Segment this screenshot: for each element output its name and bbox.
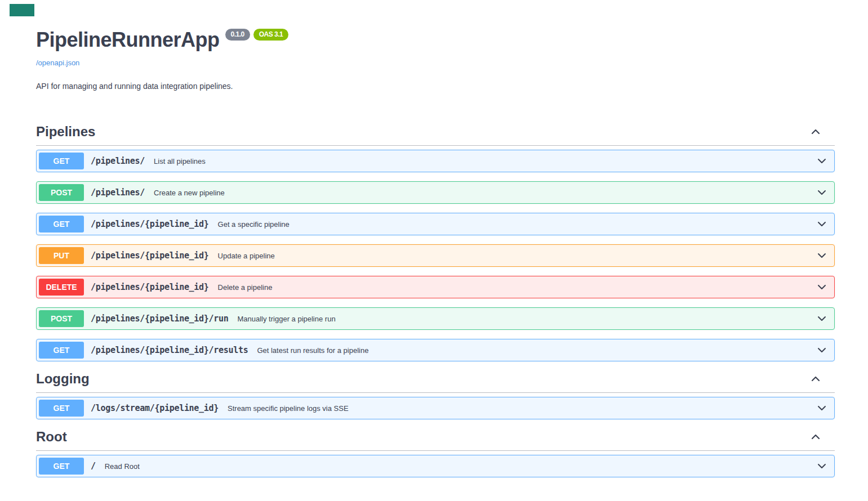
chevron-down-icon[interactable] bbox=[816, 250, 827, 261]
version-badge: 0.1.0 bbox=[225, 29, 250, 41]
api-description: API for managing and running data integr… bbox=[36, 82, 835, 91]
section-divider bbox=[36, 145, 835, 146]
api-title-text: PipelineRunnerApp bbox=[36, 28, 220, 52]
section-title: Root bbox=[36, 428, 67, 445]
endpoint-summary: Update a pipeline bbox=[218, 252, 275, 260]
chevron-down-icon[interactable] bbox=[816, 218, 827, 230]
api-info: PipelineRunnerApp 0.1.0 OAS 3.1 /openapi… bbox=[36, 28, 835, 91]
chevron-up-icon[interactable] bbox=[810, 373, 821, 384]
chevron-down-icon[interactable] bbox=[816, 187, 827, 198]
endpoint-post-pipeline-run[interactable]: POST /pipelines/{pipeline_id}/run Manual… bbox=[36, 307, 835, 330]
badge-group: 0.1.0 OAS 3.1 bbox=[225, 29, 289, 41]
chevron-down-icon[interactable] bbox=[816, 460, 827, 472]
section-pipelines: Pipelines GET /pipelines/ List all pipel… bbox=[36, 123, 835, 361]
endpoint-path: /pipelines/ bbox=[91, 156, 145, 166]
endpoint-get-logs-stream[interactable]: GET /logs/stream/{pipeline_id} Stream sp… bbox=[36, 397, 835, 419]
method-badge: GET bbox=[39, 216, 84, 232]
section-divider bbox=[36, 450, 835, 451]
section-header-root[interactable]: Root bbox=[36, 428, 835, 445]
endpoint-put-pipeline[interactable]: PUT /pipelines/{pipeline_id} Update a pi… bbox=[36, 244, 835, 267]
endpoint-path: /pipelines/{pipeline_id} bbox=[91, 282, 209, 292]
section-title: Logging bbox=[36, 370, 90, 387]
endpoint-summary: Get a specific pipeline bbox=[218, 220, 290, 229]
endpoint-get-pipeline-by-id[interactable]: GET /pipelines/{pipeline_id} Get a speci… bbox=[36, 213, 835, 235]
endpoint-post-pipelines[interactable]: POST /pipelines/ Create a new pipeline bbox=[36, 181, 835, 204]
method-badge: POST bbox=[39, 310, 84, 327]
endpoint-summary: Stream specific pipeline logs via SSE bbox=[228, 404, 349, 413]
chevron-down-icon[interactable] bbox=[816, 281, 827, 293]
endpoint-path: /pipelines/{pipeline_id}/results bbox=[91, 345, 248, 355]
openapi-spec-link[interactable]: /openapi.json bbox=[36, 59, 79, 67]
section-root: Root GET / Read Root bbox=[36, 428, 835, 477]
section-divider bbox=[36, 392, 835, 393]
endpoint-path: /logs/stream/{pipeline_id} bbox=[91, 403, 219, 413]
chevron-down-icon[interactable] bbox=[816, 345, 827, 356]
chevron-down-icon[interactable] bbox=[816, 155, 827, 167]
endpoint-path: /pipelines/{pipeline_id} bbox=[91, 219, 209, 229]
endpoint-summary: Manually trigger a pipeline run bbox=[237, 315, 335, 323]
method-badge: GET bbox=[39, 153, 84, 169]
endpoint-delete-pipeline[interactable]: DELETE /pipelines/{pipeline_id} Delete a… bbox=[36, 276, 835, 298]
chevron-up-icon[interactable] bbox=[810, 126, 821, 137]
method-badge: DELETE bbox=[39, 279, 84, 296]
endpoint-summary: List all pipelines bbox=[154, 157, 206, 165]
section-header-logging[interactable]: Logging bbox=[36, 370, 835, 387]
endpoint-path: /pipelines/ bbox=[91, 187, 145, 198]
method-badge: PUT bbox=[39, 247, 84, 264]
chevron-down-icon[interactable] bbox=[816, 402, 827, 414]
chevron-up-icon[interactable] bbox=[810, 431, 821, 442]
endpoint-path: /pipelines/{pipeline_id}/run bbox=[91, 314, 228, 324]
endpoint-summary: Create a new pipeline bbox=[154, 189, 225, 197]
section-title: Pipelines bbox=[36, 123, 95, 140]
swagger-ui: PipelineRunnerApp 0.1.0 OAS 3.1 /openapi… bbox=[36, 0, 835, 477]
section-logging: Logging GET /logs/stream/{pipeline_id} S… bbox=[36, 370, 835, 419]
endpoint-get-root[interactable]: GET / Read Root bbox=[36, 455, 835, 477]
method-badge: GET bbox=[39, 400, 84, 417]
endpoint-path: / bbox=[91, 461, 96, 471]
top-left-teal-rectangle bbox=[10, 4, 34, 16]
section-header-pipelines[interactable]: Pipelines bbox=[36, 123, 835, 140]
oas-badge: OAS 3.1 bbox=[253, 29, 289, 41]
chevron-down-icon[interactable] bbox=[816, 313, 827, 324]
endpoint-summary: Get latest run results for a pipeline bbox=[257, 346, 368, 355]
endpoint-summary: Read Root bbox=[105, 462, 140, 471]
endpoint-path: /pipelines/{pipeline_id} bbox=[91, 250, 209, 261]
page-title: PipelineRunnerApp 0.1.0 OAS 3.1 bbox=[36, 28, 835, 52]
endpoint-get-pipeline-results[interactable]: GET /pipelines/{pipeline_id}/results Get… bbox=[36, 339, 835, 361]
method-badge: GET bbox=[39, 458, 84, 475]
method-badge: GET bbox=[39, 342, 84, 359]
endpoint-get-pipelines[interactable]: GET /pipelines/ List all pipelines bbox=[36, 150, 835, 172]
method-badge: POST bbox=[39, 184, 84, 201]
endpoint-summary: Delete a pipeline bbox=[218, 283, 273, 292]
